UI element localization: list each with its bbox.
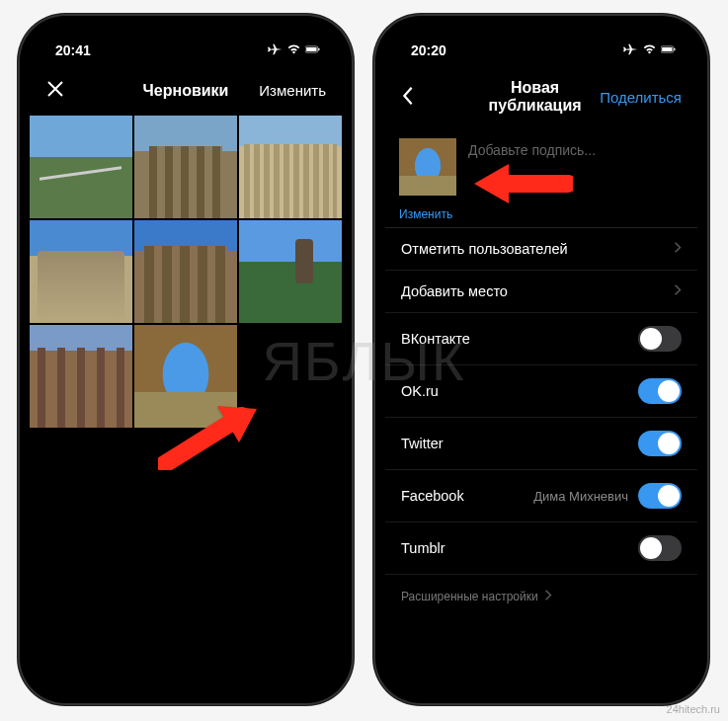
svg-rect-1 — [306, 47, 316, 51]
phone-mockup-left: 20:41 Черновики Изменить — [18, 14, 354, 705]
battery-icon — [661, 42, 676, 58]
twitter-toggle[interactable] — [638, 431, 682, 456]
airplane-icon — [268, 42, 283, 58]
advanced-settings-row[interactable]: Расширенные настройки — [385, 575, 697, 618]
share-button[interactable]: Поделиться — [600, 89, 682, 106]
ok-toggle[interactable] — [638, 378, 682, 404]
compose-row: Добавьте подпись... — [385, 128, 697, 205]
chevron-right-icon — [674, 283, 682, 299]
draft-thumb[interactable] — [134, 325, 237, 428]
draft-thumb[interactable] — [30, 220, 132, 323]
chevron-right-icon — [674, 241, 682, 257]
drafts-grid — [30, 116, 342, 428]
battery-icon — [305, 42, 320, 58]
row-label: ВКонтакте — [401, 331, 470, 347]
nav-title: Черновики — [115, 82, 257, 100]
tag-users-row[interactable]: Отметить пользователей — [385, 228, 697, 271]
airplane-icon — [623, 42, 638, 58]
tumblr-toggle[interactable] — [638, 535, 682, 561]
svg-rect-2 — [318, 48, 319, 51]
vk-toggle[interactable] — [638, 326, 682, 352]
notch — [465, 26, 618, 51]
row-label: OK.ru — [401, 383, 439, 399]
back-button[interactable] — [401, 86, 470, 109]
share-tumblr-row: Tumblr — [385, 522, 697, 575]
add-location-row[interactable]: Добавить место — [385, 271, 697, 313]
facebook-toggle[interactable] — [638, 483, 682, 509]
notch — [110, 26, 263, 51]
watermark-corner: 24hitech.ru — [667, 703, 720, 715]
wifi-icon — [286, 42, 301, 58]
row-label: Twitter — [401, 436, 444, 451]
edit-link[interactable]: Изменить — [385, 205, 697, 227]
nav-bar: Черновики Изменить — [30, 65, 342, 116]
draft-thumb[interactable] — [30, 325, 132, 428]
draft-thumb[interactable] — [30, 116, 132, 218]
row-label: Tumblr — [401, 540, 445, 556]
share-twitter-row: Twitter — [385, 418, 697, 470]
status-time: 20:41 — [55, 42, 91, 58]
post-thumbnail[interactable] — [399, 138, 456, 196]
edit-button[interactable]: Изменить — [257, 82, 326, 99]
close-button[interactable] — [45, 79, 115, 102]
nav-bar: Новая публикация Поделиться — [385, 65, 697, 128]
phone-mockup-right: 20:20 Новая публикация Поделиться Добавь… — [373, 14, 709, 705]
facebook-account: Дима Михневич — [533, 489, 628, 504]
svg-rect-4 — [662, 47, 672, 51]
draft-thumb[interactable] — [239, 116, 342, 218]
chevron-right-icon — [544, 589, 552, 604]
share-ok-row: OK.ru — [385, 365, 697, 418]
share-facebook-row: Facebook Дима Михневич — [385, 470, 697, 522]
wifi-icon — [642, 42, 657, 58]
row-label: Отметить пользователей — [401, 241, 568, 257]
status-time: 20:20 — [411, 42, 446, 58]
share-vk-row: ВКонтакте — [385, 313, 697, 365]
caption-input[interactable]: Добавьте подпись... — [468, 138, 684, 196]
draft-thumb[interactable] — [239, 220, 342, 323]
row-label: Добавить место — [401, 283, 508, 299]
row-label: Расширенные настройки — [401, 590, 538, 603]
row-label: Facebook — [401, 488, 464, 504]
nav-title: Новая публикация — [470, 79, 600, 115]
draft-thumb[interactable] — [134, 220, 237, 323]
draft-thumb[interactable] — [134, 116, 237, 218]
svg-rect-5 — [674, 48, 675, 51]
